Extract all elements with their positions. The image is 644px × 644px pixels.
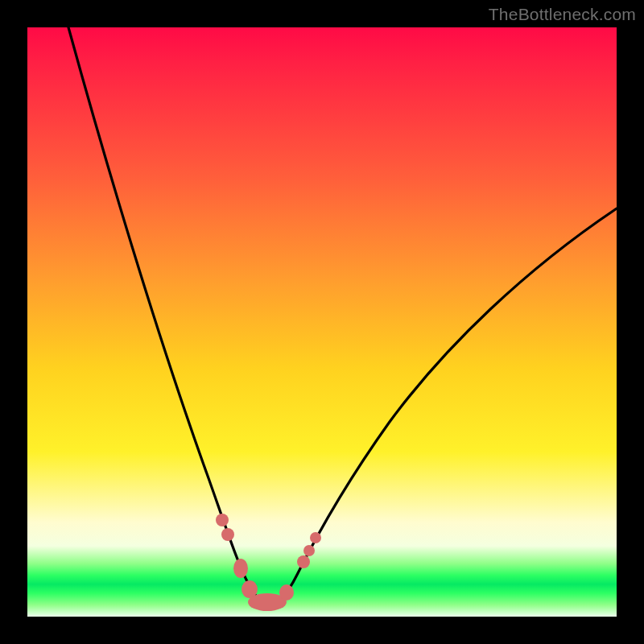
- watermark-text: TheBottleneck.com: [489, 5, 636, 24]
- marker-dot: [221, 528, 234, 541]
- marker-dot: [310, 532, 321, 543]
- marker-dot: [303, 545, 315, 556]
- curve-path: [68, 27, 617, 603]
- marker-dot: [216, 514, 229, 526]
- bottleneck-curve: [27, 27, 617, 617]
- plot-area: [27, 27, 617, 617]
- chart-frame: TheBottleneck.com: [0, 0, 644, 644]
- marker-dot: [297, 555, 310, 568]
- marker-dot: [279, 584, 294, 601]
- marker-dot: [233, 559, 248, 578]
- marker-group: [216, 514, 321, 611]
